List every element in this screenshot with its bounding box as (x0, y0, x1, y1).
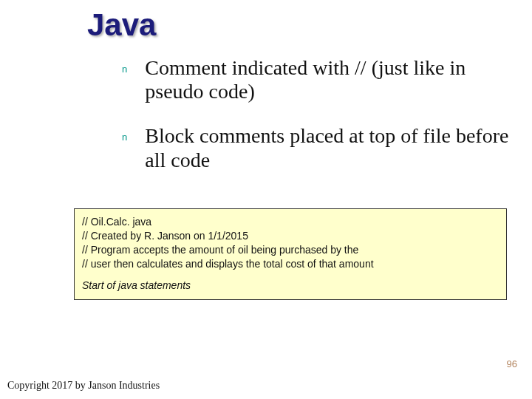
code-line: // Program accepts the amount of oil bei… (82, 243, 499, 257)
bullet-item: n Comment indicated with // (just like i… (122, 56, 514, 103)
bullet-item: n Block comments placed at top of file b… (122, 124, 514, 171)
page-number: 96 (507, 358, 517, 369)
bullet-marker: n (122, 132, 127, 143)
copyright-text: Copyright 2017 by Janson Industries (7, 380, 160, 392)
code-example-box: // Oil.Calc. java // Created by R. Janso… (74, 208, 507, 300)
bullet-marker: n (122, 64, 127, 75)
code-line: // Oil.Calc. java (82, 215, 499, 229)
code-start-line: Start of java statements (82, 279, 499, 293)
slide-title: Java (87, 7, 156, 43)
slide: Java n Comment indicated with // (just l… (0, 0, 532, 399)
bullet-list: n Comment indicated with // (just like i… (122, 56, 514, 193)
bullet-text: Comment indicated with // (just like in … (145, 56, 514, 103)
code-line: // Created by R. Janson on 1/1/2015 (82, 229, 499, 243)
code-line: // user then calculates and displays the… (82, 257, 499, 271)
bullet-text: Block comments placed at top of file bef… (145, 124, 514, 171)
